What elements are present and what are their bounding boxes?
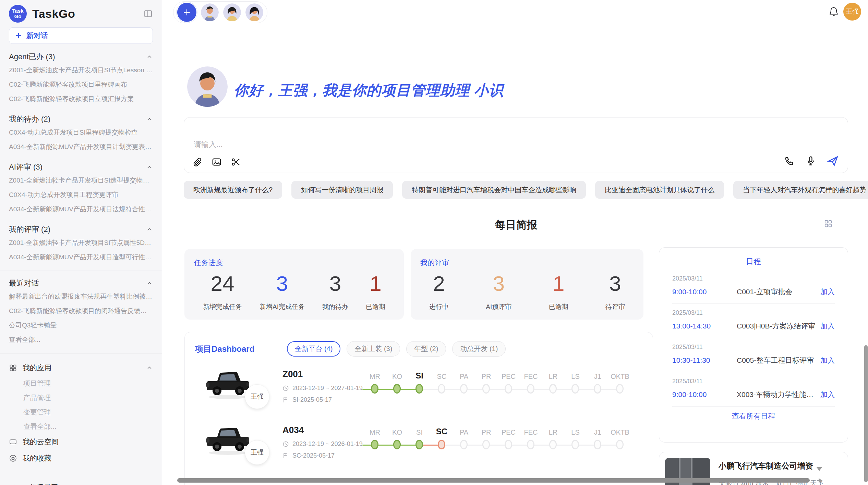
view-all-chats-link[interactable]: 查看全部... — [9, 333, 153, 347]
sidebar-item[interactable]: Z001-全新燃油轻卡产品开发项目SI节点属性5D文件评审 — [9, 236, 153, 250]
divider — [0, 353, 162, 353]
schedule-event-title: C003|H0B-方案冻结评审 — [737, 321, 816, 331]
stat-my-todo: 3 我的待办 — [322, 272, 348, 311]
scroll-right-arrow-icon[interactable] — [819, 478, 822, 483]
app-item-project-mgmt[interactable]: 项目管理 — [9, 376, 153, 390]
section-agent-done[interactable]: Agent已办 (3) — [9, 51, 153, 63]
sidebar-item-my-apps[interactable]: 我的应用 — [9, 360, 153, 376]
scroll-down-arrow-icon[interactable] — [817, 467, 822, 471]
section-my-todo[interactable]: 我的待办 (2) — [9, 113, 153, 125]
layout-grid-icon[interactable] — [824, 219, 833, 228]
chat-composer[interactable]: 请输入... — [184, 117, 848, 173]
chevron-up-icon[interactable] — [146, 226, 153, 233]
suggestion-chip[interactable]: 欧洲新规最近颁布了什么? — [184, 181, 282, 199]
sidebar-item[interactable]: Z001-全新燃油皮卡产品开发项目SI节点Lesson Learn报告 — [9, 63, 153, 77]
collapse-sidebar-icon[interactable] — [143, 9, 153, 18]
attachment-icon[interactable] — [192, 157, 203, 167]
composer-right-tools — [784, 155, 839, 167]
sidebar-item[interactable]: A034-全新新能源MUV产品开发项目造型可行性评审 — [9, 250, 153, 264]
join-meeting-link[interactable]: 加入 — [820, 390, 835, 399]
join-meeting-link[interactable]: 加入 — [820, 287, 835, 297]
chevron-up-icon[interactable] — [146, 116, 153, 123]
voice-call-icon[interactable] — [784, 156, 795, 166]
favorites-label: 我的收藏 — [23, 450, 51, 467]
vertical-scrollbar[interactable] — [864, 345, 868, 482]
schedule-time: 10:30-11:30 — [672, 356, 737, 364]
schedule-time: 9:00-10:00 — [672, 288, 737, 296]
section-ai-review[interactable]: AI评审 (3) — [9, 161, 153, 173]
milestone-node-done — [371, 440, 378, 449]
recent-chat-item[interactable]: 解释最新出台的欧盟报废车法规再生塑料比例被调至15%... — [9, 289, 153, 304]
project-dates: 2023-12-19 ~ 2027-01-19 — [282, 385, 363, 392]
sidebar-item[interactable]: Z001-全新燃油轻卡产品开发项目SI造型提交物评审 — [9, 173, 153, 188]
greeting-message: 你好，王强，我是你的项目管理助理 小识 — [234, 81, 504, 100]
new-conversation-button[interactable] — [177, 3, 196, 22]
tab-model-year[interactable]: 年型 (2) — [406, 341, 446, 357]
sidebar-item[interactable]: C0X4-动力总成开发项目工程变更评审 — [9, 188, 153, 202]
section-my-review[interactable]: 我的评审 (2) — [9, 223, 153, 236]
milestone-node — [571, 440, 579, 449]
microphone-icon[interactable] — [805, 156, 816, 166]
user-avatar[interactable]: 王强 — [843, 3, 861, 21]
suggestion-chip[interactable]: 当下年轻人对汽车外观有怎样的喜好趋势 — [733, 181, 868, 199]
new-chat-label: 新对话 — [26, 31, 48, 40]
agent-avatar[interactable] — [245, 3, 263, 21]
sidebar-item[interactable]: A034-全新新能源MUV产品开发项目法规符合性评审 — [9, 202, 153, 216]
recent-chat-item[interactable]: C02-飞腾新能源轻客改款项目的闭环通告反馈情况 — [9, 304, 153, 318]
view-all-schedule-link[interactable]: 查看所有日程 — [672, 407, 835, 426]
image-upload-icon[interactable] — [212, 157, 222, 167]
sidebar-item-ai-employee[interactable]: AI超级员工 — [9, 479, 153, 485]
project-row[interactable]: 王强 A034 2023-12-19 ~ 2026-01-19 SC-2025-… — [185, 421, 653, 476]
sidebar-item[interactable]: A034-全新新能源MUV产品开发项目计划变更表编写 — [9, 140, 153, 154]
tab-all-new-platform[interactable]: 全新平台 (4) — [287, 341, 340, 357]
agent-avatar[interactable] — [223, 3, 241, 21]
plus-icon — [182, 8, 191, 17]
assistant-avatar — [187, 66, 228, 107]
project-dashboard-card: 项目Dashboard 全新平台 (4) 全新上装 (3) 年型 (2) 动总开… — [184, 332, 653, 485]
sidebar-item-favorites[interactable]: 我的收藏 — [9, 450, 153, 467]
project-owner-badge: 王强 — [245, 440, 269, 465]
app-item-change-mgmt[interactable]: 变更管理 — [9, 405, 153, 419]
app-title: TaskGo — [32, 7, 75, 21]
section-recent-chats[interactable]: 最近对话 — [9, 277, 153, 289]
stat-in-progress: 2 进行中 — [429, 272, 449, 311]
chevron-up-icon[interactable] — [146, 53, 153, 60]
send-icon[interactable] — [827, 155, 839, 167]
tab-new-body[interactable]: 全新上装 (3) — [347, 341, 400, 357]
recent-chat-item[interactable]: 公司Q3轻卡销量 — [9, 318, 153, 333]
join-meeting-link[interactable]: 加入 — [820, 356, 835, 365]
clock-icon — [282, 441, 289, 447]
sidebar-item-cloud-space[interactable]: 我的云空间 — [9, 434, 153, 450]
view-all-apps-link[interactable]: 查看全部... — [9, 419, 153, 434]
task-progress-stats: 24 新增完成任务 3 新增AI完成任务 3 我的待办 1 已逾期 — [194, 268, 390, 311]
milestone-node — [527, 384, 534, 394]
project-row[interactable]: 王强 Z001 2023-12-19 ~ 2027-01-19 SI-2025-… — [185, 365, 653, 421]
milestone-node — [616, 384, 624, 394]
sidebar-item[interactable]: C02-飞腾新能源轻客改款项目里程碑画布 — [9, 77, 153, 92]
schedule-event-title: C001-立项审批会 — [737, 287, 816, 297]
sidebar-item[interactable]: C0X4-动力总成开发项目SI里程碑提交物检查 — [9, 125, 153, 140]
chevron-up-icon[interactable] — [146, 364, 153, 371]
suggestion-chip[interactable]: 如何写一份清晰的项目周报 — [291, 181, 393, 199]
taskgo-app: Task Go TaskGo 新对话 Agent已办 (3) Z001-全新燃油… — [0, 0, 868, 485]
agent-avatar[interactable] — [201, 3, 219, 21]
new-chat-button[interactable]: 新对话 — [9, 27, 153, 44]
milestone-node — [460, 384, 468, 394]
app-item-product-mgmt[interactable]: 产品管理 — [9, 390, 153, 405]
chevron-up-icon[interactable] — [146, 164, 153, 171]
cloud-drive-icon — [9, 438, 17, 446]
schedule-item: 2025/03/11 9:00-10:00 X003-车辆动力学性能验... 加… — [672, 372, 835, 407]
chevron-up-icon[interactable] — [146, 280, 153, 287]
horizontal-scrollbar[interactable] — [177, 478, 810, 483]
tab-powertrain[interactable]: 动总开发 (1) — [452, 341, 506, 357]
sidebar-header: Task Go TaskGo — [9, 0, 153, 26]
join-meeting-link[interactable]: 加入 — [820, 321, 835, 331]
notifications-bell-icon[interactable] — [828, 6, 839, 17]
scissors-icon[interactable] — [231, 157, 241, 167]
suggestion-chip[interactable]: 特朗普可能对进口汽车增税会对中国车企造成哪些影响 — [402, 181, 586, 199]
flag-icon — [282, 452, 289, 459]
suggestion-chip[interactable]: 比亚迪全固态电池计划具体说了什么 — [595, 181, 724, 199]
section-label: AI评审 (3) — [9, 162, 43, 172]
sidebar: Task Go TaskGo 新对话 Agent已办 (3) Z001-全新燃油… — [0, 0, 162, 485]
sidebar-item[interactable]: C02-飞腾新能源轻客改款项目立项汇报方案 — [9, 92, 153, 106]
